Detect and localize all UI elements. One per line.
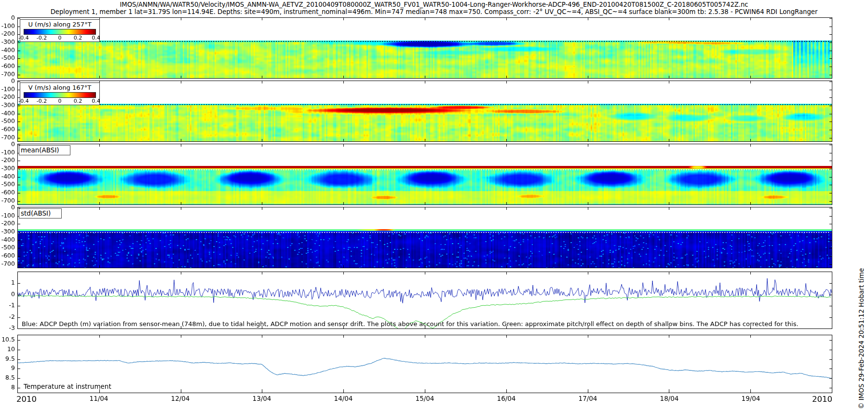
x-tick <box>506 144 507 147</box>
y-tick <box>18 193 20 193</box>
y-tick <box>18 340 20 341</box>
x-tick <box>262 76 262 78</box>
y-tick-label: -600 <box>0 189 15 196</box>
x-tick <box>750 76 751 78</box>
x-tick <box>588 139 588 141</box>
x-tick <box>506 335 507 338</box>
y-tick <box>829 216 832 217</box>
y-tick <box>18 283 20 284</box>
y-tick <box>829 340 832 341</box>
x-tick <box>343 139 344 141</box>
x-tick <box>506 272 507 274</box>
y-tick-label: 0 <box>0 204 15 211</box>
x-tick <box>181 202 181 205</box>
x-tick <box>506 18 507 20</box>
x-tick <box>181 335 181 338</box>
y-tick <box>829 224 832 224</box>
y-tick <box>829 58 832 59</box>
x-tick <box>181 144 181 147</box>
panel-depth-variation: Blue: ADCP Depth (m) variation from sens… <box>17 272 832 329</box>
y-tick <box>829 51 832 51</box>
x-tick <box>99 202 100 205</box>
y-tick <box>829 328 832 329</box>
panel-u-velocity: U (m/s) along 257°T -0.4-0.200.20.4 <box>17 17 832 79</box>
x-tick <box>343 265 344 268</box>
v-colorbar-ticks: -0.4-0.200.20.4 <box>24 98 96 104</box>
y-tick <box>829 90 832 90</box>
y-tick <box>829 169 832 169</box>
x-tick <box>181 272 181 274</box>
y-tick <box>18 51 20 51</box>
y-tick <box>829 359 832 360</box>
y-tick <box>18 138 20 138</box>
x-tick <box>181 76 181 78</box>
x-tick <box>425 18 425 20</box>
mean-absi-heatmap <box>18 144 832 205</box>
x-tick <box>181 81 181 83</box>
colorbar-tick-label: 0.4 <box>92 98 100 104</box>
y-tick <box>829 350 832 350</box>
colorbar-tick-label: 0.4 <box>92 35 100 41</box>
y-tick-label: -100 <box>0 23 15 29</box>
y-tick-label: -500 <box>0 244 15 251</box>
x-tick <box>262 265 262 268</box>
panel-v-velocity: V (m/s) along 167°T -0.4-0.200.20.4 <box>17 81 832 142</box>
y-tick <box>829 317 832 318</box>
y-tick-label: -1 <box>0 302 15 309</box>
y-tick <box>18 67 20 67</box>
x-tick-label: 17/04 <box>573 395 602 402</box>
y-tick-label: 0 <box>0 291 15 298</box>
y-tick <box>829 161 832 161</box>
y-tick-label: -200 <box>0 94 15 100</box>
y-tick <box>18 130 20 130</box>
x-tick-label: 18/04 <box>655 395 684 402</box>
y-tick <box>18 232 20 232</box>
y-tick-label: -300 <box>0 39 15 45</box>
colorbar-tick-label: -0.2 <box>37 98 47 104</box>
u-colorbar-legend: U (m/s) along 257°T -0.4-0.200.20.4 <box>20 19 100 42</box>
x-tick <box>750 389 751 393</box>
x-tick <box>588 18 588 20</box>
y-tick-label: -700 <box>0 134 15 141</box>
y-tick <box>18 42 20 43</box>
y-tick <box>18 75 20 75</box>
x-tick <box>669 18 669 20</box>
u-legend-title: U (m/s) along 257°T <box>24 21 96 28</box>
x-tick-label: 14/04 <box>329 395 358 402</box>
y-tick-label: -700 <box>0 197 15 204</box>
x-tick <box>99 139 100 141</box>
x-tick <box>506 207 507 210</box>
y-tick-label: -700 <box>0 71 15 78</box>
temperature-label: Temperature at instrument <box>24 383 111 390</box>
y-tick-label: -300 <box>0 102 15 109</box>
x-tick <box>99 335 100 338</box>
y-tick <box>829 256 832 257</box>
y-tick-label: 10 <box>0 346 15 353</box>
y-tick <box>829 264 832 265</box>
x-tick <box>506 139 507 141</box>
y-tick-label: -200 <box>0 30 15 37</box>
y-tick <box>829 388 832 388</box>
y-tick <box>18 18 20 19</box>
x-tick <box>506 202 507 205</box>
x-tick <box>343 207 344 210</box>
y-tick-label: -200 <box>0 157 15 164</box>
figure-title-deployment-info: Deployment 1, member 1 lat=31.79S lon=11… <box>0 8 868 15</box>
v-colorbar-legend: V (m/s) along 167°T -0.4-0.200.20.4 <box>20 82 100 105</box>
y-tick <box>829 114 832 114</box>
y-tick <box>829 232 832 232</box>
x-tick <box>750 202 751 205</box>
y-tick <box>18 122 20 122</box>
y-tick <box>18 378 20 379</box>
y-tick-label: -700 <box>0 260 15 267</box>
y-tick-label: 0 <box>0 141 15 148</box>
x-tick <box>750 139 751 141</box>
x-axis-start-year: 2010 <box>16 395 37 404</box>
x-tick <box>750 144 751 147</box>
x-tick <box>750 265 751 268</box>
y-tick-label: 0 <box>0 14 15 21</box>
x-tick <box>343 272 344 274</box>
y-tick <box>829 75 832 75</box>
y-tick <box>18 359 20 360</box>
panel-temperature: Temperature at instrument <box>17 335 832 393</box>
